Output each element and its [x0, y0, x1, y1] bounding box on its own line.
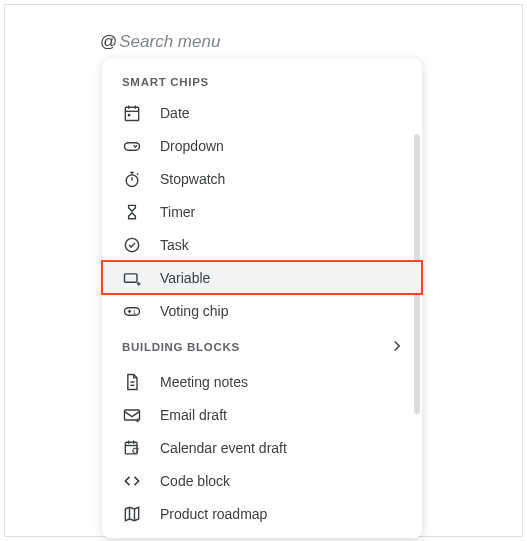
voting-chip-icon: 1	[122, 301, 142, 321]
menu-item-label: Email draft	[160, 407, 227, 423]
menu-item-label: Task	[160, 237, 189, 253]
menu-item-timer[interactable]: Timer	[102, 195, 422, 228]
menu-item-label: Timer	[160, 204, 195, 220]
task-check-icon	[122, 235, 142, 255]
menu-item-label: Stopwatch	[160, 171, 225, 187]
menu-item-email-draft[interactable]: Email draft	[102, 398, 422, 431]
menu-item-date[interactable]: Date	[102, 96, 422, 129]
menu-item-label: Voting chip	[160, 303, 229, 319]
section-header-label: BUILDING BLOCKS	[122, 341, 240, 353]
svg-rect-12	[125, 273, 138, 281]
email-icon	[122, 405, 142, 425]
search-row[interactable]: @ Search menu	[100, 32, 220, 52]
menu-item-label: Code block	[160, 473, 230, 489]
search-placeholder: Search menu	[119, 32, 220, 52]
variable-icon	[122, 268, 142, 288]
calendar-icon	[122, 103, 142, 123]
svg-point-11	[125, 238, 138, 251]
menu-item-label: Meeting notes	[160, 374, 248, 390]
svg-rect-4	[128, 113, 130, 116]
code-icon	[122, 471, 142, 491]
menu-item-label: Calendar event draft	[160, 440, 287, 456]
svg-rect-0	[125, 107, 138, 120]
section-header-label: SMART CHIPS	[122, 76, 209, 88]
svg-rect-15	[125, 307, 140, 315]
menu-item-code-block[interactable]: Code block	[102, 464, 422, 497]
menu-item-variable[interactable]: Variable	[102, 261, 422, 294]
svg-text:1: 1	[133, 308, 136, 314]
menu-item-product-roadmap[interactable]: Product roadmap	[102, 497, 422, 530]
svg-line-10	[137, 173, 138, 174]
at-sign: @	[100, 32, 117, 52]
document-icon	[122, 372, 142, 392]
menu-item-label: Dropdown	[160, 138, 224, 154]
chevron-right-icon	[388, 337, 406, 357]
insert-menu: SMART CHIPS Date Dropdown Stopwatch Time…	[102, 58, 422, 538]
menu-item-voting-chip[interactable]: 1 Voting chip	[102, 294, 422, 327]
section-header-building-blocks[interactable]: BUILDING BLOCKS	[102, 327, 422, 365]
stopwatch-icon	[122, 169, 142, 189]
menu-item-task[interactable]: Task	[102, 228, 422, 261]
menu-item-dropdown[interactable]: Dropdown	[102, 129, 422, 162]
menu-item-label: Variable	[160, 270, 210, 286]
menu-item-stopwatch[interactable]: Stopwatch	[102, 162, 422, 195]
svg-rect-5	[125, 142, 140, 150]
menu-item-calendar-event-draft[interactable]: Calendar event draft	[102, 431, 422, 464]
menu-item-label: Product roadmap	[160, 506, 267, 522]
calendar-refresh-icon	[122, 438, 142, 458]
menu-item-meeting-notes[interactable]: Meeting notes	[102, 365, 422, 398]
menu-item-label: Date	[160, 105, 190, 121]
dropdown-chip-icon	[122, 136, 142, 156]
hourglass-icon	[122, 202, 142, 222]
section-header-smart-chips: SMART CHIPS	[102, 66, 422, 96]
map-icon	[122, 504, 142, 524]
svg-rect-21	[125, 410, 140, 420]
